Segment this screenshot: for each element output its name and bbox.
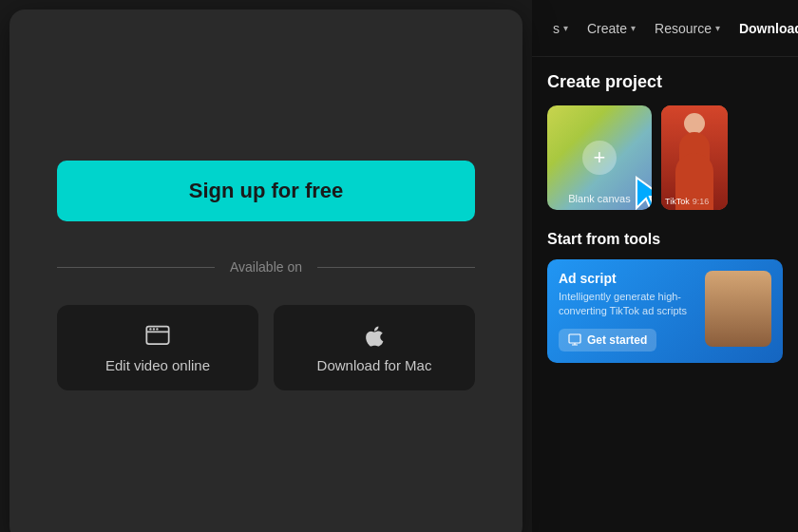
blank-canvas-card[interactable]: + Blank canvas — [547, 105, 652, 210]
nav-item-s[interactable]: s ▾ — [543, 15, 578, 42]
get-started-icon — [568, 333, 581, 347]
svg-point-3 — [153, 328, 155, 330]
divider-right — [317, 267, 475, 268]
download-for-mac-button[interactable]: Download for Mac — [274, 305, 475, 390]
ad-script-image-inner — [705, 271, 771, 347]
svg-marker-5 — [636, 178, 652, 210]
ad-script-description: Intelligently generate high-converting T… — [559, 290, 695, 319]
tiktok-label-text: TikTok 9:16 — [665, 197, 724, 206]
ad-script-title: Ad script — [559, 271, 695, 286]
nav-chevron-create: ▾ — [631, 23, 636, 33]
platform-buttons: Edit video online Download for Mac — [57, 305, 475, 390]
sign-up-button[interactable]: Sign up for free — [57, 161, 475, 221]
edit-video-online-button[interactable]: Edit video online — [57, 305, 258, 390]
svg-rect-6 — [569, 334, 580, 343]
ad-script-content: Ad script Intelligently generate high-co… — [559, 271, 695, 352]
plus-icon: + — [582, 141, 617, 175]
start-from-tools-title: Start from tools — [547, 231, 783, 248]
get-started-button[interactable]: Get started — [559, 329, 656, 352]
tiktok-card-label: TikTok 9:16 — [665, 197, 724, 206]
available-on-label: Available on — [215, 259, 317, 275]
nav-item-download[interactable]: Download ▾ — [730, 15, 798, 42]
tiktok-card[interactable]: TikTok 9:16 — [661, 105, 728, 210]
divider-row: Available on — [57, 259, 475, 275]
nav-item-resource[interactable]: Resource ▾ — [645, 15, 730, 42]
cursor-icon — [629, 174, 652, 210]
tiktok-card-image — [661, 105, 728, 210]
apple-icon — [361, 323, 388, 350]
nav-chevron-s: ▾ — [563, 23, 568, 33]
browser-icon — [144, 323, 171, 350]
svg-point-4 — [156, 328, 158, 330]
create-project-title: Create project — [547, 72, 783, 92]
svg-point-2 — [149, 328, 151, 330]
top-nav: s ▾ Create ▾ Resource ▾ Download ▾ — [532, 0, 798, 57]
nav-item-create[interactable]: Create ▾ — [578, 15, 645, 42]
ad-script-image — [705, 271, 771, 347]
nav-chevron-resource: ▾ — [715, 23, 720, 33]
right-panel: s ▾ Create ▾ Resource ▾ Download ▾ Creat… — [532, 0, 798, 532]
cursor-container — [629, 174, 652, 210]
divider-left — [57, 267, 215, 268]
project-cards: + Blank canvas TikTok — [547, 105, 783, 210]
left-panel: Sign up for free Available on Edit video… — [10, 10, 522, 532]
content-area: Create project + Blank canvas — [532, 57, 798, 532]
ad-script-card[interactable]: Ad script Intelligently generate high-co… — [547, 259, 783, 363]
